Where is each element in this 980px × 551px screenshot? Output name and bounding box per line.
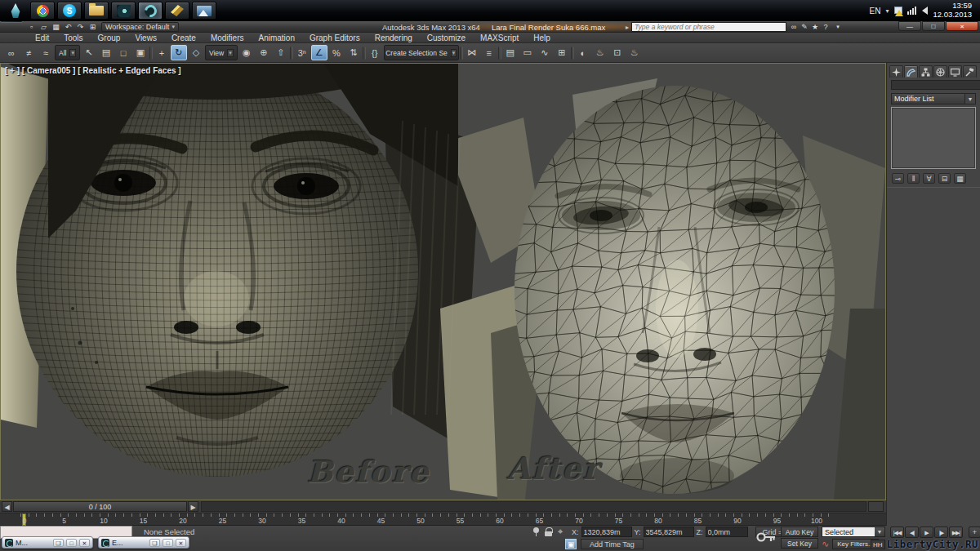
tray-expand-icon[interactable]: ▾ (885, 7, 889, 15)
key-mode-toggle[interactable]: HH (871, 540, 885, 549)
viewport-label[interactable]: [ + ] [ Camera005 ] [ Realistic + Edged … (5, 66, 181, 75)
ribbon-toggle-icon[interactable]: ▭ (519, 45, 536, 60)
menu-item[interactable]: Edit (28, 33, 56, 43)
utilities-tab[interactable] (963, 65, 977, 78)
explorer-folder-icon[interactable] (84, 2, 109, 20)
set-keys-key-icon[interactable] (755, 527, 777, 547)
y-coordinate-field[interactable] (644, 527, 694, 537)
time-slider-handle[interactable]: 0 / 100 (13, 501, 187, 512)
minimized-window[interactable]: E... ❏ □ ✕ (98, 536, 189, 549)
network-icon[interactable] (907, 7, 917, 15)
angle-snap-icon[interactable]: ∠ (311, 45, 327, 60)
named-selection-dropdown[interactable]: Create Selection Se (384, 45, 459, 60)
search-collapse-icon[interactable]: ▸ (626, 24, 629, 31)
close-window-icon[interactable]: ✕ (176, 539, 186, 547)
menu-item[interactable]: MAXScript (473, 33, 526, 43)
menu-item[interactable]: Views (127, 33, 164, 43)
zoom-icon[interactable]: + (969, 527, 980, 538)
time-slider-track[interactable] (201, 501, 866, 512)
play-button[interactable]: ▶ (920, 527, 933, 538)
speaker-icon[interactable] (922, 7, 928, 15)
help-icon[interactable]: ? (821, 23, 831, 31)
toolbar-button[interactable] (498, 47, 501, 60)
toolbar-button[interactable] (571, 47, 574, 60)
use-pivot-center-icon[interactable]: ◉ (238, 45, 255, 60)
new-scene-icon[interactable]: ▫ (26, 22, 37, 32)
default-tangent-icon[interactable]: ∿ (822, 539, 829, 549)
undo-icon[interactable]: ↶ (63, 22, 74, 32)
pin-icon[interactable] (533, 527, 539, 536)
slider-end-box[interactable] (868, 501, 884, 512)
selection-set-keys-dropdown[interactable]: Selected▼ (822, 527, 885, 537)
3dsmax-app-icon[interactable] (138, 2, 163, 20)
favorites-icon[interactable]: ★ (810, 23, 820, 31)
goto-start-button[interactable]: |◀◀ (890, 527, 904, 538)
skype-icon[interactable]: S (57, 2, 82, 20)
select-object-icon[interactable]: ↖ (81, 45, 97, 60)
menu-item[interactable]: Graph Editors (302, 33, 368, 43)
rectangular-selection-icon[interactable]: □ (115, 45, 131, 60)
search-communities-icon[interactable]: ∞ (789, 23, 799, 31)
mirror-icon[interactable]: ⋈ (464, 45, 480, 60)
align-icon[interactable]: ≡ (481, 45, 497, 60)
rendered-frame-icon[interactable]: ⊡ (609, 45, 626, 60)
selection-lock-icon[interactable] (545, 527, 552, 536)
auto-key-button[interactable]: Auto Key (781, 527, 818, 537)
toolbar-button[interactable] (290, 47, 293, 60)
language-indicator[interactable]: EN (870, 7, 881, 16)
track-bar[interactable]: 0510152025303540455055606570758085909510… (0, 513, 886, 526)
menu-item[interactable]: Create (164, 33, 203, 43)
menu-item[interactable]: Rendering (368, 33, 420, 43)
menu-item[interactable]: Customize (420, 33, 473, 43)
launcher-flame-icon[interactable] (3, 2, 28, 20)
modifier-stack-list[interactable] (891, 107, 976, 169)
workspace-dropdown[interactable]: Workspace: Default (101, 22, 179, 32)
tray-clock[interactable]: 13:59 12.03.2013 (933, 2, 975, 20)
close-window-icon[interactable]: ✕ (79, 539, 90, 547)
project-folder-icon[interactable]: ⊞ (87, 22, 98, 32)
sign-in-icon[interactable]: ✎ (800, 23, 809, 31)
maximize-window-icon[interactable]: □ (163, 539, 173, 547)
layer-manager-icon[interactable]: ▤ (502, 45, 519, 60)
save-file-icon[interactable]: ▦ (51, 22, 61, 32)
display-tab[interactable] (948, 65, 962, 78)
set-key-button[interactable]: Set Key (781, 538, 818, 549)
next-frame-arrow[interactable]: ▶ (188, 501, 198, 512)
restore-window-icon[interactable]: ❏ (53, 539, 64, 547)
action-center-flag-icon[interactable] (893, 7, 902, 16)
select-and-move-icon[interactable]: + (154, 45, 170, 60)
z-coordinate-field[interactable] (706, 527, 748, 537)
schematic-view-icon[interactable]: ⊞ (554, 45, 570, 60)
select-and-rotate-icon[interactable]: ↻ (171, 45, 187, 60)
chrome-icon[interactable] (30, 2, 55, 20)
unlink-selection-icon[interactable]: ≠ (20, 45, 37, 60)
add-time-tag-button[interactable]: Add Time Tag (581, 539, 644, 549)
named-selection-sets-icon[interactable]: {} (367, 45, 383, 60)
selection-lock-toggle-icon[interactable]: ▣ (565, 539, 577, 549)
show-end-result-icon[interactable]: ‖ (907, 173, 920, 184)
minimize-button[interactable]: — (898, 21, 921, 31)
remove-modifier-icon[interactable]: ⊟ (938, 173, 951, 184)
make-unique-icon[interactable]: ∀ (923, 173, 935, 184)
pin-stack-icon[interactable]: ⊸ (892, 173, 904, 184)
toolbar-button[interactable] (460, 47, 463, 60)
close-button[interactable]: × (946, 21, 978, 31)
restore-button[interactable]: □ (922, 21, 945, 31)
previous-frame-arrow[interactable]: ◀ (2, 501, 12, 512)
selection-filter-dropdown[interactable]: All (55, 45, 80, 60)
prev-frame-button[interactable]: ◀| (905, 527, 919, 538)
help-menu-caret-icon[interactable]: ▾ (833, 24, 843, 30)
select-and-scale-icon[interactable]: ◇ (188, 45, 204, 60)
minimized-window[interactable]: M... ❏ □ ✕ (2, 536, 93, 549)
menu-item[interactable]: Modifiers (203, 33, 252, 43)
toolbar-button[interactable] (363, 47, 366, 60)
menu-item[interactable]: Animation (251, 33, 301, 43)
bind-to-spacewarp-icon[interactable]: ≈ (38, 45, 54, 60)
toolbar-button[interactable] (149, 47, 153, 60)
keyboard-override-icon[interactable]: ⇧ (273, 45, 289, 60)
search-input[interactable] (631, 22, 786, 32)
select-and-manipulate-icon[interactable]: ⊕ (256, 45, 272, 60)
open-file-icon[interactable]: ▱ (38, 22, 49, 32)
absolute-offset-toggle-icon[interactable]: ⌖ (558, 527, 563, 536)
redo-icon[interactable]: ↷ (75, 22, 86, 32)
